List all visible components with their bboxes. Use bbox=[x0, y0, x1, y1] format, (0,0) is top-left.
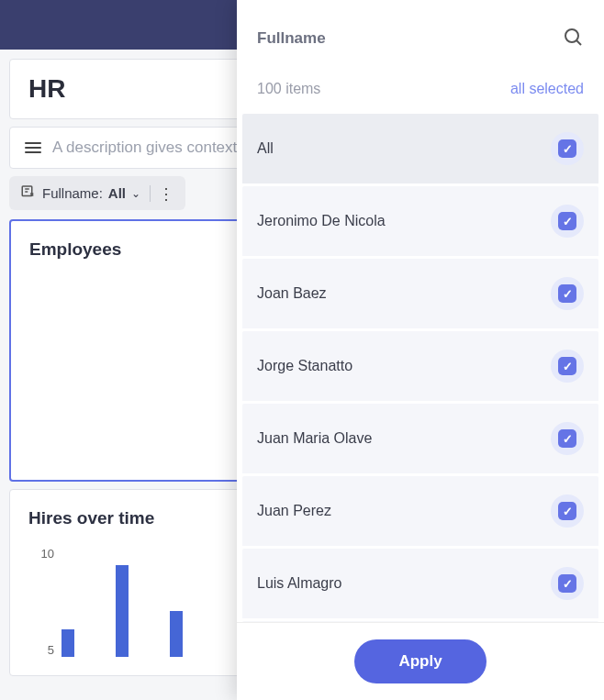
checkbox-wrap[interactable]: ✓ bbox=[551, 422, 584, 455]
filter-panel-title: Fullname bbox=[257, 29, 326, 48]
chevron-down-icon: ⌄ bbox=[131, 187, 140, 200]
filter-item-label: Jeronimo De Nicola bbox=[257, 213, 386, 229]
filter-item-label: Luis Almagro bbox=[257, 575, 342, 592]
filter-list[interactable]: All ✓ Jeronimo De Nicola✓Joan Baez✓Jorge… bbox=[237, 114, 604, 622]
more-dots-icon[interactable]: ⋯ bbox=[159, 186, 175, 201]
svg-point-1 bbox=[565, 29, 578, 42]
svg-line-2 bbox=[576, 40, 581, 45]
checkbox-wrap[interactable]: ✓ bbox=[551, 567, 584, 600]
checkbox-wrap[interactable]: ✓ bbox=[551, 205, 584, 238]
description-placeholder: A description gives context bbox=[52, 139, 237, 157]
chart-bar bbox=[116, 565, 129, 657]
checkbox-wrap[interactable]: ✓ bbox=[551, 132, 584, 165]
filter-item-label: All bbox=[257, 140, 274, 157]
items-count-label: 100 items bbox=[257, 81, 320, 97]
filter-item-label: Joan Baez bbox=[257, 285, 327, 302]
checkbox-wrap[interactable]: ✓ bbox=[551, 277, 584, 310]
filter-panel: Fullname 100 items all selected All ✓ Je… bbox=[237, 0, 604, 700]
filter-item[interactable]: Juan Perez✓ bbox=[242, 476, 598, 549]
filter-item-label: Jorge Stanatto bbox=[257, 358, 352, 374]
y-tick: 5 bbox=[28, 643, 54, 657]
checkbox-checked-icon: ✓ bbox=[558, 357, 576, 375]
all-selected-label[interactable]: all selected bbox=[510, 81, 584, 97]
y-tick: 10 bbox=[28, 547, 54, 561]
filter-item-all[interactable]: All ✓ bbox=[242, 114, 598, 186]
hamburger-icon bbox=[25, 142, 41, 153]
checkbox-wrap[interactable]: ✓ bbox=[551, 494, 584, 528]
filter-item[interactable]: Jeronimo De Nicola✓ bbox=[242, 186, 598, 259]
chart-bar bbox=[62, 629, 74, 657]
checkbox-checked-icon: ✓ bbox=[558, 284, 576, 303]
checkbox-checked-icon: ✓ bbox=[558, 502, 576, 520]
filter-item[interactable]: Jorge Stanatto✓ bbox=[242, 331, 598, 404]
checkbox-wrap[interactable]: ✓ bbox=[551, 350, 584, 383]
filter-item-label: Juan Maria Olave bbox=[257, 430, 372, 447]
checkbox-checked-icon: ✓ bbox=[558, 212, 576, 230]
search-icon[interactable] bbox=[562, 26, 584, 51]
filter-chip-label: Fullname: bbox=[42, 185, 103, 201]
checkbox-checked-icon: ✓ bbox=[558, 574, 576, 593]
checkbox-checked-icon: ✓ bbox=[558, 139, 576, 158]
checkbox-checked-icon: ✓ bbox=[558, 429, 576, 448]
apply-button[interactable]: Apply bbox=[354, 639, 486, 683]
filter-icon bbox=[20, 183, 37, 203]
divider bbox=[150, 185, 151, 202]
filter-item[interactable]: Juan Maria Olave✓ bbox=[242, 404, 598, 476]
filter-chip-fullname[interactable]: Fullname: All ⌄ ⋯ bbox=[9, 176, 185, 210]
filter-item[interactable]: Joan Baez✓ bbox=[242, 259, 598, 331]
filter-chip-value: All bbox=[108, 185, 126, 201]
filter-item[interactable]: Luis Almagro✓ bbox=[242, 549, 598, 621]
filter-item-label: Juan Perez bbox=[257, 503, 331, 519]
chart-bar bbox=[170, 611, 183, 657]
